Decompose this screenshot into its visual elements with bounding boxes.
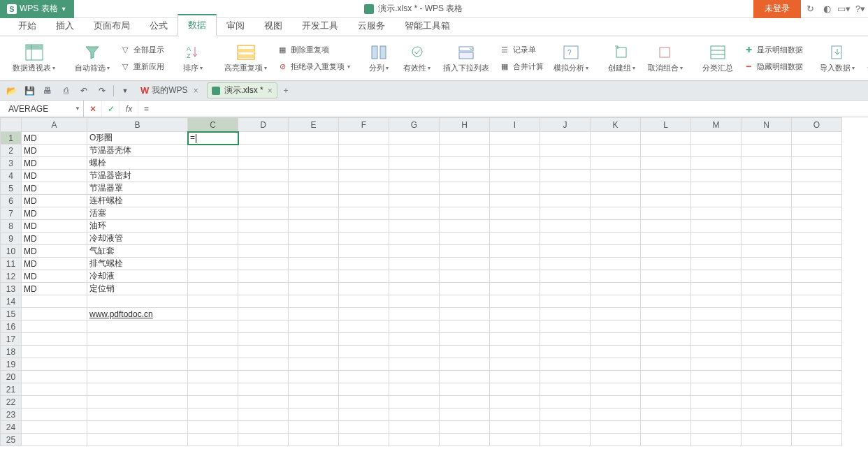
- show-detail-button[interactable]: ✚显示明细数据: [742, 43, 804, 57]
- row-header-17[interactable]: 17: [1, 333, 22, 346]
- cell-H25[interactable]: [440, 434, 490, 446]
- cell-I20[interactable]: [490, 371, 540, 383]
- cell-I1[interactable]: [490, 132, 540, 145]
- cell-H4[interactable]: [440, 170, 490, 182]
- menu-tab-4[interactable]: 数据: [178, 14, 217, 36]
- cell-M6[interactable]: [691, 195, 742, 207]
- cell-E10[interactable]: [289, 245, 339, 258]
- cell-B13[interactable]: 定位销: [87, 283, 188, 295]
- cell-F2[interactable]: [339, 145, 389, 157]
- cell-M25[interactable]: [691, 434, 742, 446]
- row-header-1[interactable]: 1: [1, 132, 22, 145]
- cell-L25[interactable]: [641, 434, 691, 446]
- cell-B7[interactable]: 活塞: [87, 207, 188, 220]
- row-header-8[interactable]: 8: [1, 220, 22, 233]
- cell-B9[interactable]: 冷却液管: [87, 233, 188, 245]
- cancel-button[interactable]: ✕: [84, 101, 102, 117]
- row-header-13[interactable]: 13: [1, 283, 22, 295]
- import-data-button[interactable]: 导入数据▾: [816, 42, 859, 75]
- save-icon[interactable]: 💾: [22, 84, 36, 98]
- cell-K21[interactable]: [591, 383, 641, 396]
- cell-F6[interactable]: [339, 195, 389, 207]
- cell-C17[interactable]: [188, 333, 238, 346]
- cell-O21[interactable]: [792, 383, 842, 396]
- pivot-table-button[interactable]: 数据透视表▾: [8, 42, 59, 75]
- cell-C10[interactable]: [188, 245, 238, 258]
- cell-O15[interactable]: [792, 308, 842, 321]
- row-header-21[interactable]: 21: [1, 383, 22, 396]
- cell-M24[interactable]: [691, 421, 742, 434]
- cell-J21[interactable]: [540, 383, 591, 396]
- cell-H20[interactable]: [440, 371, 490, 383]
- cell-H14[interactable]: [440, 295, 490, 308]
- cell-F25[interactable]: [339, 434, 389, 446]
- cell-L2[interactable]: [641, 145, 691, 157]
- cell-E15[interactable]: [289, 308, 339, 321]
- cell-O16[interactable]: [792, 321, 842, 333]
- cell-A22[interactable]: [22, 396, 87, 408]
- cell-E23[interactable]: [289, 408, 339, 421]
- cell-E17[interactable]: [289, 333, 339, 346]
- cell-M18[interactable]: [691, 346, 742, 358]
- cell-B20[interactable]: [87, 371, 188, 383]
- text-to-columns-button[interactable]: 分列▾: [363, 42, 395, 75]
- cell-C3[interactable]: [188, 157, 238, 170]
- cell-L7[interactable]: [641, 207, 691, 220]
- cell-N10[interactable]: [742, 245, 792, 258]
- cell-A18[interactable]: [22, 346, 87, 358]
- cell-A12[interactable]: MD: [22, 270, 87, 283]
- cell-G21[interactable]: [389, 383, 440, 396]
- record-button[interactable]: ☰记录单: [498, 43, 545, 57]
- cell-C22[interactable]: [188, 396, 238, 408]
- cell-N5[interactable]: [742, 182, 792, 195]
- cell-F22[interactable]: [339, 396, 389, 408]
- cell-I3[interactable]: [490, 157, 540, 170]
- cell-B6[interactable]: 连杆螺栓: [87, 195, 188, 207]
- cell-K1[interactable]: [591, 132, 641, 145]
- cell-G6[interactable]: [389, 195, 440, 207]
- cell-E25[interactable]: [289, 434, 339, 446]
- cell-L4[interactable]: [641, 170, 691, 182]
- cell-J6[interactable]: [540, 195, 591, 207]
- cell-M7[interactable]: [691, 207, 742, 220]
- print-icon[interactable]: 🖶: [41, 84, 55, 98]
- cell-N25[interactable]: [742, 434, 792, 446]
- group-create-button[interactable]: 创建组▾: [604, 42, 639, 75]
- cell-B24[interactable]: [87, 421, 188, 434]
- col-header-J[interactable]: J: [540, 118, 591, 132]
- cell-E16[interactable]: [289, 321, 339, 333]
- cell-N8[interactable]: [742, 220, 792, 233]
- row-header-2[interactable]: 2: [1, 145, 22, 157]
- row-header-15[interactable]: 15: [1, 308, 22, 321]
- cell-E3[interactable]: [289, 157, 339, 170]
- cell-E20[interactable]: [289, 371, 339, 383]
- cell-O23[interactable]: [792, 408, 842, 421]
- cell-J7[interactable]: [540, 207, 591, 220]
- cell-D12[interactable]: [238, 270, 289, 283]
- cell-K17[interactable]: [591, 333, 641, 346]
- cell-G7[interactable]: [389, 207, 440, 220]
- close-icon[interactable]: ×: [268, 86, 273, 96]
- cell-C19[interactable]: [188, 358, 238, 371]
- cell-N21[interactable]: [742, 383, 792, 396]
- cell-F9[interactable]: [339, 233, 389, 245]
- cell-H3[interactable]: [440, 157, 490, 170]
- sort-button[interactable]: AZ 排序▾: [177, 42, 209, 75]
- cell-D11[interactable]: [238, 258, 289, 270]
- app-menu-button[interactable]: S WPS 表格 ▼: [0, 0, 74, 18]
- cell-C11[interactable]: [188, 258, 238, 270]
- cell-I23[interactable]: [490, 408, 540, 421]
- cell-B23[interactable]: [87, 408, 188, 421]
- cell-M23[interactable]: [691, 408, 742, 421]
- refresh-all-button[interactable]: 全部刷新▾: [863, 42, 868, 75]
- cell-L12[interactable]: [641, 270, 691, 283]
- row-header-9[interactable]: 9: [1, 233, 22, 245]
- col-header-C[interactable]: C: [188, 118, 238, 132]
- cell-E18[interactable]: [289, 346, 339, 358]
- cell-F1[interactable]: [339, 132, 389, 145]
- cell-N13[interactable]: [742, 283, 792, 295]
- cell-K11[interactable]: [591, 258, 641, 270]
- cell-B2[interactable]: 节温器壳体: [87, 145, 188, 157]
- row-header-6[interactable]: 6: [1, 195, 22, 207]
- whatif-button[interactable]: ? 模拟分析▾: [549, 42, 593, 75]
